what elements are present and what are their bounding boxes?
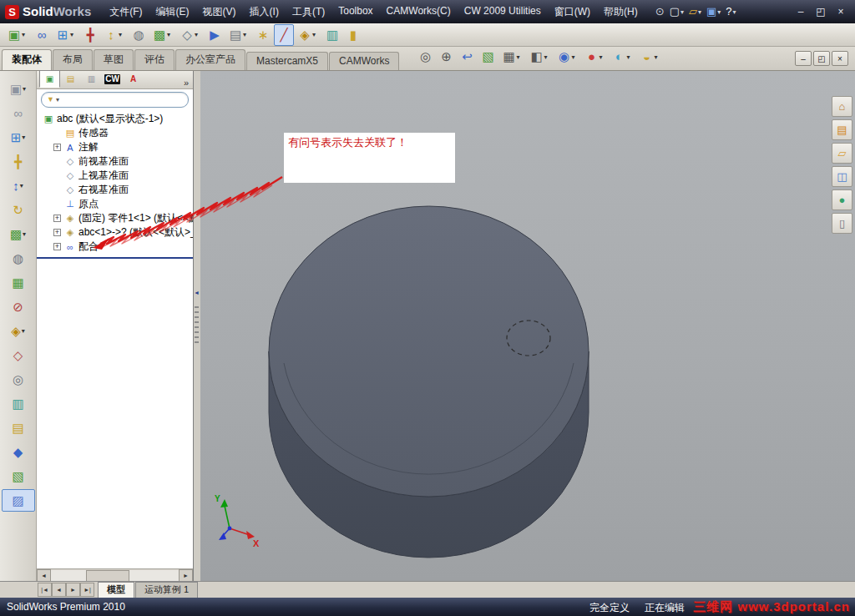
- menu-item[interactable]: CW 2009 Utilities: [458, 2, 548, 23]
- tree-item-top-plane[interactable]: ◇ 上视基准面: [37, 169, 193, 183]
- smart-fasteners-icon[interactable]: ╋: [2, 150, 35, 173]
- save-icon[interactable]: ▣▾: [704, 4, 723, 19]
- tree-item-annotations[interactable]: + A 注解: [37, 140, 193, 154]
- interference-detection-icon[interactable]: ◈▾: [295, 24, 321, 46]
- new-document-icon[interactable]: ▢▾: [667, 4, 686, 19]
- tree-item-mates[interactable]: + ∞ 配合: [37, 240, 193, 254]
- menu-item[interactable]: 视图(V): [196, 2, 243, 23]
- view-settings-icon[interactable]: ◒▾: [636, 46, 663, 68]
- sheet-first-button[interactable]: |◄: [38, 583, 52, 597]
- graphics-area[interactable]: Y X 有问号表示失去关联了！ ⌂▤▱◫●▯: [200, 71, 855, 581]
- design-library-icon[interactable]: ▤: [832, 119, 852, 140]
- tree-expander[interactable]: +: [53, 229, 61, 236]
- command-tab[interactable]: 草图: [94, 49, 134, 70]
- mate-icon[interactable]: ∞: [32, 24, 52, 46]
- tree-filter-input[interactable]: ▼ ▾: [41, 92, 189, 108]
- move-component-icon[interactable]: ↕▾: [2, 174, 35, 197]
- zoom-area-icon[interactable]: ⊕: [436, 46, 456, 68]
- display-style-icon[interactable]: ◧▾: [526, 46, 553, 68]
- command-tab[interactable]: 办公室产品: [175, 49, 245, 70]
- assembly-visualization-icon[interactable]: ▥: [2, 392, 35, 415]
- command-tab[interactable]: 评估: [134, 49, 175, 70]
- tree-item-part1[interactable]: + ◈ (固定) 零件1<1> (默认<<默: [37, 211, 193, 225]
- tree-expander[interactable]: +: [53, 215, 61, 222]
- menu-item[interactable]: Toolbox: [331, 2, 379, 23]
- help-icon[interactable]: ?▾: [723, 4, 738, 19]
- command-tab[interactable]: CAMWorks: [329, 52, 399, 70]
- linear-component-pattern-icon[interactable]: ⊞▾: [53, 24, 79, 46]
- note-annotation[interactable]: 有问号表示失去关联了！: [284, 133, 455, 183]
- assembly-visualization-icon[interactable]: ▥: [322, 24, 342, 46]
- rollback-bar[interactable]: [37, 257, 193, 259]
- command-tab[interactable]: 布局: [53, 49, 93, 70]
- cw-tab[interactable]: CW: [102, 70, 123, 88]
- menu-item[interactable]: 插入(I): [243, 2, 286, 23]
- bill-of-materials-icon[interactable]: ▤▾: [225, 24, 252, 46]
- doc-minimize-button[interactable]: –: [795, 51, 812, 66]
- propertymanager-tab[interactable]: ▤: [60, 70, 81, 88]
- minimize-button[interactable]: –: [792, 4, 810, 19]
- tree-expander[interactable]: +: [53, 144, 61, 151]
- collapse-panel-icon[interactable]: ◄: [194, 290, 200, 295]
- assembly-features-icon[interactable]: ▩▾: [2, 223, 35, 245]
- panel-horizontal-scrollbar[interactable]: ◄ ►: [37, 568, 193, 581]
- dimxpertmanager-tab[interactable]: A: [123, 70, 144, 88]
- edit-component-icon[interactable]: ▦: [2, 271, 35, 294]
- open-icon[interactable]: ▱▾: [686, 4, 704, 19]
- assembly-features-icon[interactable]: ▩▾: [149, 24, 176, 46]
- edit-appearance-icon[interactable]: ●▾: [581, 46, 608, 68]
- sheet-next-button[interactable]: ►: [66, 583, 80, 597]
- smart-fasteners-icon[interactable]: ╋: [80, 24, 100, 46]
- display-state-icon[interactable]: ▨: [2, 489, 35, 512]
- external-references-icon[interactable]: ⊘: [2, 295, 35, 318]
- sheet-last-button[interactable]: ►|: [80, 583, 94, 597]
- panel-tabs-overflow-icon[interactable]: »: [184, 78, 190, 88]
- hide-show-items-icon[interactable]: ◉▾: [554, 46, 580, 68]
- appearances-icon[interactable]: ●: [832, 189, 852, 210]
- section-view-icon[interactable]: ▧: [2, 465, 35, 487]
- featuremanager-tab[interactable]: ▣: [39, 70, 60, 88]
- clearance-verification-icon[interactable]: ◇: [2, 344, 35, 366]
- rotate-component-icon[interactable]: ↻: [2, 199, 35, 221]
- tree-item-origin[interactable]: ⊥ 原点: [37, 197, 193, 211]
- search-icon[interactable]: ⊙: [653, 4, 667, 19]
- configurationmanager-tab[interactable]: ▥: [81, 70, 102, 88]
- apply-scene-icon[interactable]: ◐▾: [609, 46, 635, 68]
- maximize-button[interactable]: ◰: [812, 4, 830, 19]
- exploded-view-icon[interactable]: ∗: [253, 24, 273, 46]
- sheet-prev-button[interactable]: ◄: [52, 583, 66, 597]
- splitter-grip[interactable]: [195, 306, 199, 345]
- menu-item[interactable]: 工具(T): [286, 2, 331, 23]
- filter-dropdown-icon[interactable]: ▾: [56, 96, 59, 104]
- menu-item[interactable]: 帮助(H): [597, 2, 645, 23]
- explode-line-sketch-icon[interactable]: ╱: [274, 24, 294, 46]
- view-palette-icon[interactable]: ◫: [832, 166, 852, 187]
- tree-root-assembly[interactable]: ▣ abc (默认<显示状态-1>): [37, 112, 193, 126]
- menu-item[interactable]: 文件(F): [103, 2, 149, 23]
- cylinder-top-face[interactable]: [269, 206, 589, 497]
- insert-component-icon[interactable]: ▣▾: [2, 78, 35, 100]
- scroll-left-icon[interactable]: ◄: [37, 569, 51, 582]
- command-tab[interactable]: 装配体: [2, 49, 52, 70]
- tree-item-sensors[interactable]: ▤ 传感器: [37, 126, 193, 140]
- tree-item-front-plane[interactable]: ◇ 前视基准面: [37, 154, 193, 169]
- solidworks-resources-icon[interactable]: ⌂: [832, 96, 852, 117]
- file-explorer-icon[interactable]: ▱: [832, 143, 852, 164]
- hide-show-components-icon[interactable]: ◍: [2, 247, 35, 270]
- menu-item[interactable]: CAMWorks(C): [380, 2, 458, 23]
- instant3d-icon[interactable]: ▮: [343, 24, 363, 46]
- interference-detection-icon[interactable]: ◈▾: [2, 320, 35, 342]
- component-pattern-icon[interactable]: ⊞▾: [2, 126, 35, 149]
- scroll-right-icon[interactable]: ►: [179, 569, 193, 582]
- zoom-fit-icon[interactable]: ◎: [415, 46, 435, 68]
- insert-components-icon[interactable]: ▣▾: [4, 24, 31, 46]
- menu-item[interactable]: 窗口(W): [548, 2, 597, 23]
- study-tab[interactable]: 模型: [98, 582, 134, 598]
- move-component-icon[interactable]: ↕▾: [101, 24, 128, 46]
- scrollbar-thumb[interactable]: [86, 570, 129, 582]
- command-tab[interactable]: MastercamX5: [246, 52, 328, 70]
- previous-view-icon[interactable]: ↩: [457, 46, 477, 68]
- tree-item-abc1[interactable]: + ◈ abc<1>->? (默认<<默认>_显: [37, 225, 193, 240]
- reference-geometry-icon[interactable]: ◇▾: [177, 24, 204, 46]
- show-hidden-components-icon[interactable]: ◍: [129, 24, 149, 46]
